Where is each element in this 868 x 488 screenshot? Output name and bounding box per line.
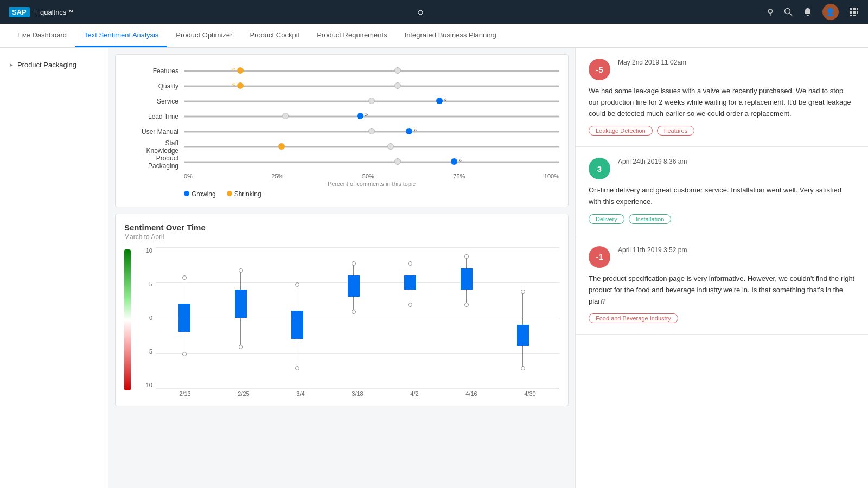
tag-food-beverage[interactable]: Food and Beverage Industry [589, 313, 678, 323]
dot-label-features: Features [124, 67, 184, 75]
x-axis-25: 25% [271, 173, 283, 179]
tab-nav: Live Dashboard Text Sentiment Analysis P… [0, 24, 868, 48]
x-label-430: 4/30 [524, 390, 535, 397]
dot-track-user-manual: » [184, 131, 559, 133]
y-axis-neg5: -5 [147, 348, 152, 355]
svg-rect-9 [853, 15, 856, 16]
svg-rect-5 [850, 11, 852, 14]
boxplot-3-18 [348, 247, 360, 388]
svg-rect-4 [857, 8, 858, 10]
dot-track-lead-time: » [184, 115, 559, 118]
review-1-date: May 2nd 2019 11:02am [618, 59, 686, 66]
boxplot-2-13 [178, 247, 190, 388]
review-2-text: On-time delivery and great customer serv… [589, 185, 855, 208]
tag-leakage-detection[interactable]: Leakage Detection [589, 126, 653, 136]
reviews-panel: -5 May 2nd 2019 11:02am We had some leak… [575, 48, 868, 488]
dot-label-product-packaging: ProductPackaging [124, 155, 184, 170]
dot-row-quality: Quality « [124, 79, 559, 94]
tab-product-cockpit[interactable]: Product Cockpit [241, 24, 308, 47]
svg-line-1 [789, 14, 792, 16]
sentiment-over-time-card: Sentiment Over Time March to April 10 5 [115, 214, 569, 406]
dot-chart-xlabel: Percent of comments in this topic [184, 181, 559, 187]
expand-arrow-icon: ► [9, 62, 14, 68]
grid-icon[interactable] [848, 7, 859, 17]
review-3-date: April 11th 2019 3:52 pm [618, 246, 687, 254]
tag-delivery[interactable]: Delivery [589, 214, 624, 224]
dot-row-user-manual: User Manual » [124, 124, 559, 139]
dot-row-features: Features « [124, 63, 559, 79]
review-2-meta: April 24th 2019 8:36 am [618, 158, 687, 169]
svg-point-0 [784, 9, 790, 14]
qualtrics-brand: + qualtrics™ [34, 8, 74, 16]
tab-product-requirements[interactable]: Product Requirements [308, 24, 395, 47]
x-axis-100: 100% [544, 173, 559, 179]
x-axis-75: 75% [453, 173, 465, 179]
review-3-header: -1 April 11th 2019 3:52 pm [589, 246, 855, 268]
y-axis-neg10: -10 [144, 382, 152, 388]
tab-product-optimizer[interactable]: Product Optimizer [167, 24, 241, 47]
tag-installation[interactable]: Installation [629, 214, 672, 224]
x-label-34: 3/4 [296, 390, 304, 397]
bell-icon[interactable] [803, 7, 813, 17]
search-icon[interactable]: ⚲ [767, 7, 774, 17]
dot-track-quality: « [184, 85, 559, 87]
review-1-score: -5 [589, 59, 610, 80]
dot-row-product-packaging: ProductPackaging » [124, 155, 559, 170]
tag-features[interactable]: Features [657, 126, 694, 136]
review-1-text: We had some leakage issues with a valve … [589, 86, 855, 119]
x-label-213: 2/13 [179, 390, 190, 397]
legend-growing: Growing [184, 190, 216, 198]
review-item-1: -5 May 2nd 2019 11:02am We had some leak… [576, 48, 868, 147]
tab-text-sentiment[interactable]: Text Sentiment Analysis [75, 24, 167, 47]
boxplot-2-25 [235, 247, 247, 388]
box-chart-area [156, 247, 559, 388]
review-1-meta: May 2nd 2019 11:02am [618, 59, 686, 69]
x-label-225: 2/25 [238, 390, 249, 397]
tab-live-dashboard[interactable]: Live Dashboard [9, 24, 75, 47]
dot-label-user-manual: User Manual [124, 128, 184, 136]
svg-rect-6 [853, 11, 856, 14]
sentiment-chart-subtitle: March to April [124, 233, 559, 241]
top-bar-actions: ⚲ 👤 [767, 4, 859, 20]
dot-track-product-packaging: » [184, 161, 559, 163]
review-2-date: April 24th 2019 8:36 am [618, 158, 687, 165]
dot-chart-xaxis: 0% 25% 50% 75% 100% [184, 173, 559, 179]
review-3-tags: Food and Beverage Industry [589, 313, 855, 323]
dot-row-lead-time: Lead Time » [124, 109, 559, 124]
y-axis-10: 10 [146, 247, 152, 254]
search-icon-svg[interactable] [783, 7, 793, 17]
y-axis-5: 5 [149, 281, 152, 287]
svg-rect-2 [850, 8, 852, 10]
dot-row-staff-knowledge: StaffKnowledge [124, 139, 559, 155]
legend-shrinking: Shrinking [227, 190, 261, 198]
dot-label-service: Service [124, 98, 184, 105]
svg-rect-8 [850, 15, 852, 16]
x-label-318: 3/18 [352, 390, 363, 397]
dot-chart-legend: Growing Shrinking [184, 190, 559, 198]
brand-area: SAP + qualtrics™ [9, 7, 73, 17]
review-2-header: 3 April 24th 2019 8:36 am [589, 158, 855, 179]
sentiment-chart-title: Sentiment Over Time [124, 223, 559, 232]
content-area: Features « Quality [108, 48, 868, 488]
avatar[interactable]: 👤 [822, 4, 839, 20]
main-layout: ► Product Packaging Features « [0, 48, 868, 488]
boxplot-4-2 [404, 247, 416, 388]
box-chart-yaxis: 10 5 0 -5 -10 [136, 247, 156, 388]
dot-track-service: » [184, 100, 559, 102]
review-2-score: 3 [589, 158, 610, 179]
review-1-header: -5 May 2nd 2019 11:02am [589, 59, 855, 80]
dot-track-staff-knowledge [184, 146, 559, 148]
sidebar-item-product-packaging[interactable]: ► Product Packaging [0, 56, 108, 73]
review-3-meta: April 11th 2019 3:52 pm [618, 246, 687, 257]
x-label-42: 4/2 [410, 390, 418, 397]
sentiment-gradient-bar [124, 249, 131, 390]
dot-label-staff-knowledge: StaffKnowledge [124, 139, 184, 155]
review-2-tags: Delivery Installation [589, 214, 855, 224]
dot-chart: Features « Quality [124, 63, 559, 198]
center-icon: ○ [417, 6, 424, 18]
tab-integrated-business[interactable]: Integrated Business Planning [396, 24, 505, 47]
y-axis-0: 0 [149, 314, 152, 321]
review-3-score: -1 [589, 246, 610, 268]
sap-logo: SAP [9, 7, 30, 17]
dot-chart-card: Features « Quality [115, 54, 569, 207]
